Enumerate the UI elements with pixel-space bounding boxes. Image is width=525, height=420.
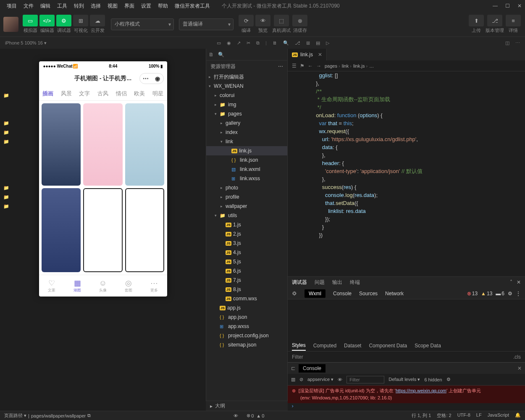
more-icon[interactable]: ⋯	[278, 63, 283, 69]
files-icon[interactable]: 🗎	[209, 52, 214, 58]
nav-item[interactable]: ⋯更多	[142, 275, 167, 297]
tab-problems[interactable]: 问题	[315, 279, 325, 286]
eol[interactable]: LF	[476, 412, 482, 419]
category-tab[interactable]: 文字	[76, 87, 94, 100]
outline-header[interactable]: ▸大纲	[206, 401, 288, 411]
tree-node-link.wxss[interactable]: ⊞link.wxss	[206, 174, 287, 183]
share-icon[interactable]: ↗	[237, 40, 241, 46]
tree-node-2.js[interactable]: JS2.js	[206, 229, 287, 239]
panel-console[interactable]: Console	[333, 291, 352, 297]
section-open-editors[interactable]: ▸打开的编辑器	[206, 72, 287, 81]
tree-node-link.wxml[interactable]: ▧link.wxml	[206, 165, 287, 174]
tab-computed[interactable]: Computed	[313, 343, 336, 349]
detail-button[interactable]: ≡	[506, 15, 521, 26]
gear-icon[interactable]: ⚙	[446, 377, 451, 382]
wallpaper-thumb[interactable]	[83, 103, 123, 186]
panel-wxml[interactable]: Wxml	[304, 289, 326, 298]
files-icon[interactable]: 🗎	[273, 40, 277, 46]
wallpaper-thumb[interactable]	[125, 103, 165, 186]
hidden-count[interactable]: 6 hidden	[424, 377, 442, 382]
tree-node-project.config.json[interactable]: { }project.config.json	[206, 331, 287, 340]
category-tab[interactable]: 插画	[39, 87, 58, 100]
tree-node-gallery[interactable]: ▸📁gallery	[206, 118, 287, 128]
tab-dataset[interactable]: Dataset	[344, 343, 361, 349]
section-project[interactable]: ▾WX_WENAN	[206, 81, 287, 91]
menu-选择[interactable]: 选择	[87, 3, 104, 10]
menu-项目[interactable]: 项目	[3, 3, 20, 10]
eye-icon[interactable]: 👁	[338, 377, 342, 382]
tree-node-3.js[interactable]: JS3.js	[206, 239, 287, 248]
tab-debugger[interactable]: 调试器	[292, 279, 307, 286]
run-icon[interactable]: ▷	[326, 40, 329, 46]
category-tab[interactable]: 欧美	[130, 87, 149, 100]
tree-node-photo[interactable]: ▸📁photo	[206, 183, 287, 192]
tree-node-app.js[interactable]: JSapp.js	[206, 303, 287, 312]
search-icon[interactable]: 🔍	[283, 40, 289, 46]
tree-node-4.js[interactable]: JS4.js	[206, 248, 287, 257]
levels-dropdown[interactable]: Default levels ▾	[388, 377, 420, 382]
tree-node-7.js[interactable]: JS7.js	[206, 276, 287, 285]
menu-工具[interactable]: 工具	[54, 3, 71, 10]
maximize-icon[interactable]: ☐	[505, 3, 510, 9]
menu-文件[interactable]: 文件	[20, 3, 37, 10]
tree-node-sitemap.json[interactable]: { }sitemap.json	[206, 340, 287, 349]
category-tab[interactable]: 古风	[94, 87, 112, 100]
breadcrumb[interactable]: pageslinklink.js…	[325, 63, 374, 68]
tree-node-app.wxss[interactable]: ⊞app.wxss	[206, 322, 287, 331]
page-path-label[interactable]: 页面路径 ▾	[4, 412, 26, 419]
tree-node-utils[interactable]: ▾📁utils	[206, 211, 287, 220]
tab-output[interactable]: 输出	[332, 279, 342, 286]
back-icon[interactable]: ←	[308, 63, 313, 69]
bookmark-icon[interactable]: ⚑	[300, 63, 304, 69]
copy-icon[interactable]: ⧉	[87, 413, 91, 418]
close-icon[interactable]: ✕	[517, 365, 522, 371]
panel-icon[interactable]: ▤	[316, 40, 320, 46]
tree-node-link.js[interactable]: JSlink.js	[206, 146, 287, 155]
tree-node-index[interactable]: ▸📁index	[206, 128, 287, 137]
close-icon[interactable]: ✕	[517, 279, 521, 285]
sidebar-icon[interactable]: ▥	[291, 377, 295, 382]
device-selector[interactable]: iPhone 5 100% 16 ▾	[5, 40, 47, 46]
nav-item[interactable]: ▦潮图	[65, 275, 90, 297]
list-icon[interactable]: ☰	[292, 63, 297, 69]
simulator-button[interactable]: ▭	[23, 15, 38, 26]
tree-node-6.js[interactable]: JS6.js	[206, 266, 287, 276]
wallpaper-thumb[interactable]	[83, 188, 123, 272]
dock-icon[interactable]: ⊏	[291, 365, 295, 371]
menu-视图[interactable]: 视图	[104, 3, 121, 10]
tree-node-link.json[interactable]: { }link.json	[206, 155, 287, 165]
visualize-button[interactable]: ⊞	[73, 15, 88, 26]
clear-icon[interactable]: ⊘	[299, 377, 303, 382]
close-icon[interactable]: ✕	[517, 3, 522, 9]
nav-item[interactable]: ☺头像	[90, 275, 116, 297]
cls-toggle[interactable]: .cls	[513, 354, 521, 360]
category-tab[interactable]: 风景	[57, 87, 76, 100]
chevron-up-icon[interactable]: ˄	[510, 279, 512, 285]
tree-node-link[interactable]: ▾📁link	[206, 137, 287, 146]
indent[interactable]: 空格: 2	[437, 412, 451, 419]
category-tab[interactable]: 情侣	[112, 87, 131, 100]
close-tab-icon[interactable]: ✕	[318, 52, 322, 58]
menu-微信开发者工具[interactable]: 微信开发者工具	[171, 3, 213, 10]
tab-styles[interactable]: Styles	[292, 341, 306, 351]
device-icon[interactable]: ▭	[217, 40, 221, 46]
copy-icon[interactable]: ⧉	[256, 40, 260, 46]
menu-设置[interactable]: 设置	[138, 3, 155, 10]
cursor-position[interactable]: 行 1, 列 1	[412, 412, 431, 419]
editor-tab[interactable]: JS link.js ✕	[288, 49, 327, 60]
console-prompt[interactable]: ›	[288, 403, 525, 411]
gear-icon[interactable]: ⚙	[508, 291, 512, 297]
inspect-icon[interactable]: ⯐	[292, 291, 297, 297]
context-selector[interactable]: appservice ▾	[307, 377, 333, 382]
wallpaper-thumb[interactable]	[42, 103, 81, 186]
editor-button[interactable]: </>	[39, 15, 55, 26]
tree-node-img[interactable]: ▸📁img	[206, 100, 287, 109]
tab-terminal[interactable]: 终端	[350, 279, 360, 286]
tree-node-profile[interactable]: ▸📁profile	[206, 192, 287, 202]
bell-icon[interactable]: 🔔	[515, 412, 521, 419]
avatar[interactable]	[3, 17, 18, 32]
capsule[interactable]: ⋯◉	[139, 73, 164, 84]
tree-node-1.js[interactable]: JS1.js	[206, 220, 287, 229]
tree-node-pages[interactable]: ▾📁pages	[206, 109, 287, 118]
filter-input[interactable]: Filter	[292, 354, 303, 360]
